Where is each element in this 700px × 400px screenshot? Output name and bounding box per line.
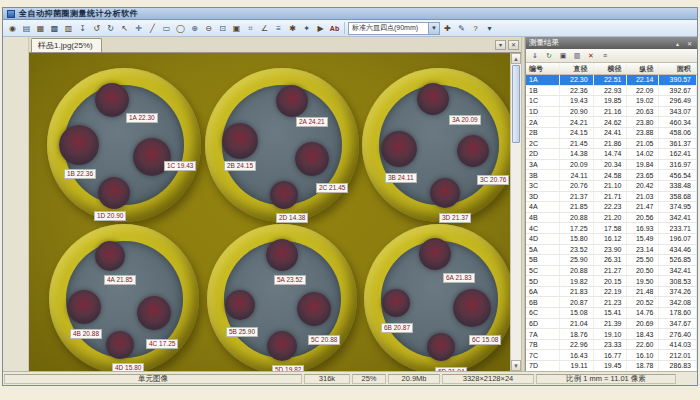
inhibition-zone[interactable]: [95, 241, 125, 271]
label-icon[interactable]: Ab: [328, 22, 341, 35]
dock-down-icon[interactable]: ▾: [495, 40, 506, 50]
petri-dish[interactable]: 2A 24.212B 24.152C 21.452D 14.38: [205, 68, 359, 222]
pointer-icon[interactable]: ↖: [118, 22, 131, 35]
inhibition-zone[interactable]: [225, 290, 255, 320]
table-row[interactable]: 3D21.3721.7121.03358.68: [526, 192, 697, 203]
table-row[interactable]: 1C19.4319.8519.02296.49: [526, 96, 697, 107]
petri-dish[interactable]: 4A 21.854B 20.884C 17.254D 15.80: [49, 224, 199, 371]
settings-icon[interactable]: ✦: [300, 22, 313, 35]
count-icon[interactable]: ≡: [272, 22, 285, 35]
redo-icon[interactable]: ↻: [104, 22, 117, 35]
angle-icon[interactable]: ∠: [258, 22, 271, 35]
export-icon[interactable]: ↧: [76, 22, 89, 35]
auto-detect-icon[interactable]: ✱: [286, 22, 299, 35]
inhibition-zone[interactable]: [430, 178, 460, 208]
save-all-icon[interactable]: ▩: [48, 22, 61, 35]
inhibition-zone[interactable]: [295, 142, 329, 176]
close-view-icon[interactable]: ✕: [508, 40, 519, 50]
table-row[interactable]: 4D15.8016.1215.49196.07: [526, 234, 697, 245]
inhibition-zone[interactable]: [427, 333, 455, 361]
table-row[interactable]: 6C15.0815.4114.76178.60: [526, 308, 697, 319]
table-row[interactable]: 7C16.4316.7716.10212.01: [526, 350, 697, 361]
petri-dish[interactable]: 1A 22.301B 22.361C 19.431D 20.90: [47, 68, 201, 222]
inhibition-zone[interactable]: [266, 239, 298, 271]
inhibition-zone[interactable]: [419, 238, 451, 270]
table-row[interactable]: 6D21.0421.3920.69347.67: [526, 319, 697, 330]
delete-icon[interactable]: ✕: [585, 50, 597, 61]
tab-sample-image[interactable]: 样品1.jpg(25%): [31, 38, 102, 52]
table-row[interactable]: 7B22.9623.3322.60414.03: [526, 340, 697, 351]
scroll-down-icon[interactable]: ▼: [511, 360, 521, 371]
table-row[interactable]: 6A21.8322.1921.48374.26: [526, 287, 697, 298]
table-row[interactable]: 4A21.8522.2321.47374.95: [526, 202, 697, 213]
petri-dish[interactable]: 3A 20.093B 24.113C 20.763D 21.37: [362, 68, 510, 222]
table-row[interactable]: 5D19.8220.1519.50308.53: [526, 276, 697, 287]
image-canvas[interactable]: 1A 22.301B 22.361C 19.431D 20.902A 24.21…: [29, 53, 510, 371]
copy-icon[interactable]: ▣: [557, 50, 569, 61]
inhibition-zone[interactable]: [106, 331, 134, 359]
scrollbar-thumb[interactable]: [512, 65, 520, 143]
table-row[interactable]: 3C20.7621.1020.42338.48: [526, 181, 697, 192]
inhibition-zone[interactable]: [457, 135, 489, 167]
inhibition-zone[interactable]: [267, 331, 297, 361]
table-row[interactable]: 5A23.5223.9023.14434.46: [526, 245, 697, 256]
table-row[interactable]: 3A20.0920.3419.84316.97: [526, 160, 697, 171]
zoom-out-icon[interactable]: ⊖: [202, 22, 215, 35]
template-save-icon[interactable]: ✚: [441, 22, 454, 35]
zoom-actual-icon[interactable]: ▣: [230, 22, 243, 35]
inhibition-zone[interactable]: [67, 290, 101, 324]
zoom-fit-icon[interactable]: ⊡: [216, 22, 229, 35]
table-row[interactable]: 3B24.1124.5823.65456.54: [526, 170, 697, 181]
close-panel-icon[interactable]: ✕: [685, 40, 694, 47]
inhibition-zone[interactable]: [222, 123, 258, 159]
petri-dish[interactable]: 5A 23.525B 25.905C 20.885D 19.82: [207, 224, 357, 371]
table-row[interactable]: 5B25.9026.3125.50526.85: [526, 255, 697, 266]
inhibition-zone[interactable]: [417, 83, 449, 115]
table-row[interactable]: 4C17.2517.5816.93233.71: [526, 223, 697, 234]
inhibition-zone[interactable]: [297, 292, 331, 326]
rect-tool-icon[interactable]: ▭: [160, 22, 173, 35]
table-row[interactable]: 2B24.1524.4123.88458.06: [526, 128, 697, 139]
export-excel-icon[interactable]: ⇓: [529, 50, 541, 61]
inhibition-zone[interactable]: [276, 85, 308, 117]
inhibition-zone[interactable]: [98, 177, 130, 209]
open-icon[interactable]: ▤: [20, 22, 33, 35]
capture-icon[interactable]: ◉: [6, 22, 19, 35]
line-tool-icon[interactable]: ╱: [146, 22, 159, 35]
table-row[interactable]: 7A18.7619.1018.43276.40: [526, 329, 697, 340]
zoom-in-icon[interactable]: ⊕: [188, 22, 201, 35]
help-icon[interactable]: ?: [469, 22, 482, 35]
table-row[interactable]: 2C21.4521.8621.05361.37: [526, 139, 697, 150]
table-row[interactable]: 2A24.2124.6223.80460.34: [526, 117, 697, 128]
pin-icon[interactable]: ▴: [673, 40, 682, 47]
table-row[interactable]: 1A22.3022.5122.14390.57: [526, 75, 697, 86]
table-row[interactable]: 5C20.8821.2720.50342.41: [526, 266, 697, 277]
edit-icon[interactable]: ✎: [455, 22, 468, 35]
vertical-scrollbar[interactable]: ▲ ▼: [510, 53, 521, 371]
inhibition-zone[interactable]: [95, 83, 129, 117]
print-icon[interactable]: ▥: [62, 22, 75, 35]
measure-icon[interactable]: ⌗: [244, 22, 257, 35]
pan-icon[interactable]: ✛: [132, 22, 145, 35]
more-icon[interactable]: ▾: [483, 22, 496, 35]
scroll-up-icon[interactable]: ▲: [511, 53, 521, 64]
inhibition-zone[interactable]: [270, 181, 298, 209]
inhibition-zone[interactable]: [59, 125, 99, 165]
print-list-icon[interactable]: ≡: [599, 50, 611, 61]
refresh-icon[interactable]: ↻: [543, 50, 555, 61]
table-row[interactable]: 4B20.8821.2020.56342.41: [526, 213, 697, 224]
template-dropdown[interactable]: 标准六皿四点(90mm) ▼: [348, 22, 440, 35]
inhibition-zone[interactable]: [137, 296, 171, 330]
chevron-down-icon[interactable]: ▼: [428, 23, 439, 34]
ellipse-tool-icon[interactable]: ◯: [174, 22, 187, 35]
save-icon[interactable]: ▦: [34, 22, 47, 35]
petri-dish[interactable]: 6A 21.836B 20.876C 15.086D 21.04: [364, 224, 510, 371]
inhibition-zone[interactable]: [382, 289, 410, 317]
play-icon[interactable]: ▶: [314, 22, 327, 35]
inhibition-zone[interactable]: [453, 289, 491, 327]
undo-icon[interactable]: ↺: [90, 22, 103, 35]
chart-icon[interactable]: ▥: [571, 50, 583, 61]
table-row[interactable]: 1D20.9021.1620.63343.07: [526, 107, 697, 118]
table-row[interactable]: 6B20.8721.2320.52342.08: [526, 297, 697, 308]
table-row[interactable]: 1B22.3622.9322.09392.67: [526, 86, 697, 97]
